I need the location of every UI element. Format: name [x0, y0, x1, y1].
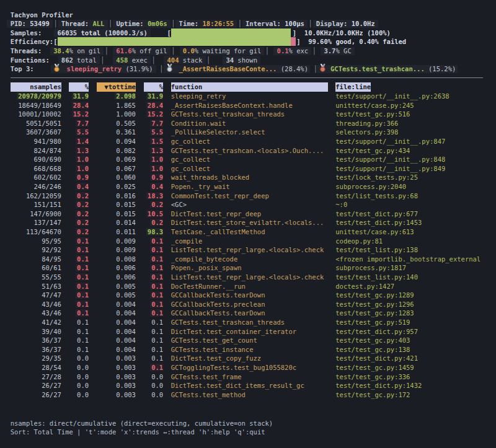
threads-segment-suffix: % GC: [335, 47, 351, 55]
table-row[interactable]: 27/28 0.0 0.003 0.0 GCTests.test_frame t…: [2, 372, 496, 382]
table-row[interactable]: 941/980 1.4 0.094 1.5 gc_collect test/su…: [2, 137, 496, 146]
cell-pct: 0.1: [69, 318, 89, 327]
table-row[interactable]: 95/95 0.1 0.009 0.1 _compile codeop.py:8…: [2, 237, 496, 246]
cell-file: test/support/__init__.py:847: [335, 137, 445, 146]
spacer: [89, 273, 97, 282]
table-row[interactable]: 43/46 0.1 0.004 0.1 GCCallbackTests.prec…: [2, 300, 496, 309]
table-row[interactable]: 3607/3607 5.5 0.361 5.5 _PollLikeSelecto…: [2, 128, 496, 137]
cell-function: GCTests.test_trashcan_threads: [171, 110, 328, 119]
table-row[interactable]: 36/37 0.1 0.004 0.1 GCTests.test_instanc…: [2, 345, 496, 354]
cell-file: test/lock_tests.py:25: [335, 173, 418, 182]
column-header-%[interactable]: %: [69, 82, 89, 92]
spacer: [136, 336, 144, 345]
functions-segment: 458 exec: [116, 56, 148, 64]
column-header-%[interactable]: %: [144, 82, 164, 92]
table-row[interactable]: 60/61 0.1 0.006 0.1 Popen._posix_spawn s…: [2, 263, 496, 273]
table-row[interactable]: 26/27 0.0 0.003 0.0 DictTest.test_dict_i…: [2, 381, 496, 390]
table-row[interactable]: 55/55 0.1 0.006 0.1 ListTest.test_repr_l…: [2, 273, 496, 282]
spacer: [61, 101, 69, 110]
table-row[interactable]: 29/35 0.0 0.003 0.1 DictTest.test_copy_f…: [2, 354, 496, 363]
spacer: [89, 209, 97, 219]
spacer: 0.006: [115, 273, 136, 281]
table-row[interactable]: 147/6900 0.2 0.015 10.5 DictTest.test_re…: [2, 209, 496, 219]
table-row[interactable]: 824/874 1.3 0.082 1.3 GCTests.test_trash…: [2, 146, 496, 156]
table-row[interactable]: 10001/10002 15.2 1.000 15.2 GCTests.test…: [2, 110, 496, 119]
table-row[interactable]: 162/12059 0.2 0.016 18.3 CommonTest.test…: [2, 191, 496, 201]
spacer: 0.2: [150, 201, 163, 208]
efficiency-text: 99.60% good, 0.40% failed: [308, 38, 406, 45]
spacer: [163, 245, 171, 255]
cell-pct: 7.7: [69, 119, 89, 128]
table-row[interactable]: 137/147 0.2 0.014 0.2 DictTest.test_stor…: [2, 218, 496, 227]
spacer: [163, 101, 171, 110]
cell-tottime: 0.003: [97, 363, 136, 372]
table-row[interactable]: 602/602 0.9 0.060 0.9 wait_threads_block…: [2, 173, 496, 182]
table-row[interactable]: 39/40 0.1 0.004 0.1 DictTest.test_contai…: [2, 327, 496, 336]
cell-tottime: 1.000: [97, 110, 136, 119]
top3-entry: _AssertRaisesBaseConte... (28.4%): [179, 64, 308, 74]
spacer: [89, 282, 97, 291]
cell-file: test/test_gc.py:1459: [335, 363, 414, 372]
spacer: 0.1: [150, 273, 163, 281]
cell-tottime: 0.009: [97, 237, 136, 246]
spacer: [328, 164, 336, 173]
functions-segment: 862 total: [61, 56, 97, 64]
table-row[interactable]: 41/42 0.1 0.004 0.1 GCTests.test_trashca…: [2, 318, 496, 327]
cell-file: threading.py:366: [335, 119, 398, 128]
functions-segment-value: 862: [61, 56, 73, 64]
column-header-file:line[interactable]: file:line: [335, 82, 371, 92]
cell-nsamples: 151/151: [11, 200, 61, 209]
table-row[interactable]: 84/95 0.1 0.008 0.1 _compile_bytecode <f…: [2, 255, 496, 264]
table-row[interactable]: 5051/5051 7.7 0.505 7.7 Condition.wait t…: [2, 119, 496, 128]
table-row[interactable]: 690/690 1.0 0.069 1.0 gc_collect test/su…: [2, 155, 496, 164]
column-header-nsamples[interactable]: nsamples: [11, 82, 61, 92]
spacer: [61, 155, 69, 164]
table-row[interactable]: 47/47 0.1 0.005 0.1 GCCallbackTests.tear…: [2, 291, 496, 300]
column-header-function[interactable]: function: [171, 82, 328, 92]
spacer: [89, 291, 97, 300]
spacer: [328, 263, 336, 273]
cell-tottime: 0.015: [97, 209, 136, 219]
display-field-value: 10.0Hz: [352, 20, 375, 27]
table-row[interactable]: 43/46 0.1 0.004 0.1 GCCallbackTests.tear…: [2, 309, 496, 318]
table-row[interactable]: 668/668 1.0 0.067 1.0 gc_collect test/su…: [2, 164, 496, 173]
spacer: [61, 237, 69, 246]
table-row[interactable]: 18649/18649 28.4 1.865 28.4 _AssertRaise…: [2, 101, 496, 110]
spacer: [89, 309, 97, 318]
spacer: 0.003: [115, 364, 136, 371]
time-field-value: 18:26:55: [203, 20, 234, 27]
table-row[interactable]: 26/27 0.0 0.003 0.0 GCTests.test_method …: [2, 390, 496, 400]
table-row[interactable]: 20978/20979 31.9 2.098 31.9 sleeping_ret…: [2, 92, 496, 101]
spacer: 0.008: [115, 255, 136, 263]
spacer: [61, 146, 69, 156]
cell-function: TestCase._callTestMethod: [171, 227, 328, 237]
spacer: [136, 164, 144, 173]
cell-tottime: 0.361: [97, 128, 136, 137]
spacer: [163, 191, 171, 201]
table-row[interactable]: 51/63 0.1 0.005 0.1 DocTestRunner.__run …: [2, 282, 496, 291]
spacer: [136, 110, 144, 119]
spacer: 0.004: [115, 301, 136, 308]
spacer: [163, 300, 171, 309]
table-row[interactable]: 36/37 0.1 0.004 0.1 GCTests.test_get_cou…: [2, 336, 496, 345]
cell-nsamples: 941/980: [11, 137, 61, 146]
table-row[interactable]: 246/246 0.4 0.025 0.4 Popen._try_wait su…: [2, 182, 496, 191]
spacer: 0.1: [76, 309, 89, 317]
cell-file: test/test_gc.py:172: [335, 390, 410, 400]
spacer: [328, 309, 336, 318]
table-row[interactable]: 113/64670 0.2 0.011 98.3 TestCase._callT…: [2, 227, 496, 237]
table-row[interactable]: 151/151 0.2 0.015 0.2 <GC> ~:0: [2, 200, 496, 209]
spacer: 0.0: [76, 373, 89, 380]
column-header-tottime[interactable]: ▼tottime: [97, 82, 136, 92]
spacer: 0.1: [150, 255, 163, 263]
spacer: [136, 155, 144, 164]
cell-cum-pct: 1.5: [144, 137, 164, 146]
threads-segment: 0.1% exc: [277, 47, 309, 55]
table-row[interactable]: 92/92 0.1 0.009 0.1 ListTest.test_repr_l…: [2, 245, 496, 255]
spacer: [89, 300, 97, 309]
samples-progress-bar: [171, 29, 291, 37]
spacer: [163, 137, 171, 146]
spacer: 0.1: [150, 264, 163, 271]
cell-nsamples: 39/40: [11, 327, 61, 336]
table-row[interactable]: 28/54 0.0 0.003 0.1 GCTogglingTests.test…: [2, 363, 496, 372]
